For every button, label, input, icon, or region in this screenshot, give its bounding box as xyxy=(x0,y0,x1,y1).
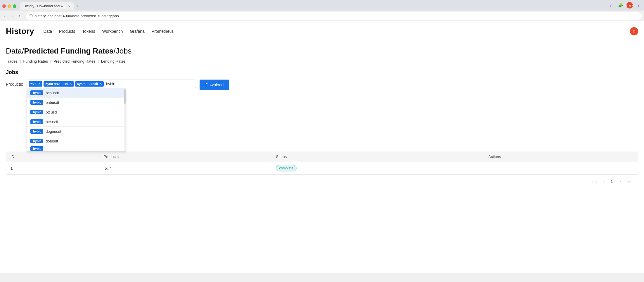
top-nav: History Data Products Tokens Workbench G… xyxy=(0,21,644,39)
tag-value-aaveusdt: aaveusdt xyxy=(54,82,68,86)
status-badge: complete xyxy=(276,165,297,171)
breadcrumb-data[interactable]: Data xyxy=(6,47,22,55)
tag-close-ftx[interactable]: ✕ xyxy=(38,82,41,86)
dropdown-list: bybit bchusdt bybit bnbusdt bybit btcusd… xyxy=(27,88,126,152)
close-window-button[interactable] xyxy=(2,4,6,8)
dropdown-badge-bybit-4: bybit xyxy=(30,129,43,134)
tag-exchange-bybit2: bybit xyxy=(77,82,84,86)
cell-id: 1 xyxy=(6,162,99,175)
pagination-first[interactable]: << xyxy=(590,178,599,185)
app-title: History xyxy=(6,27,34,36)
download-button[interactable]: Download xyxy=(200,80,229,90)
cell-actions xyxy=(484,162,638,175)
tags-input-wrapper: ftx * ✕ bybit aaveusdt ✕ bybit adausdt xyxy=(27,80,196,88)
dropdown-badge-bybit-3: bybit xyxy=(30,119,43,124)
tab-close-button[interactable]: ✕ xyxy=(68,5,70,8)
products-label: Products: xyxy=(6,80,23,87)
title-bar: History · Download and w... ✕ + ☆ 🧩 Inco… xyxy=(0,0,644,11)
extensions-icon[interactable]: 🧩 xyxy=(617,2,624,9)
table-header: ID Products Status Actions xyxy=(6,152,638,162)
tag-value-ftx: * xyxy=(35,82,37,86)
dropdown-item-bnbusdt[interactable]: bybit bnbusdt xyxy=(27,98,126,107)
cell-products: ftx: * xyxy=(99,162,271,175)
dropdown-symbol-btcusd: btcusd xyxy=(46,110,57,114)
url-bar[interactable]: ⓘ history.localhost:4000/data/predicted_… xyxy=(26,12,642,20)
nav-tokens[interactable]: Tokens xyxy=(82,28,95,34)
dropdown-badge-bybit-5: bybit xyxy=(30,139,43,143)
breadcrumb: Data/Predicted Funding Rates/Jobs xyxy=(6,47,638,56)
browser-tab[interactable]: History · Download and w... ✕ xyxy=(20,2,74,10)
dropdown-item-btcusdt[interactable]: bybit btcusdt xyxy=(27,117,126,127)
nav-grafana[interactable]: Grafana xyxy=(130,28,145,34)
jobs-table: ID Products Status Actions 1 ftx: * comp… xyxy=(6,152,638,175)
url-text: history.localhost:4000/data/predicted_fu… xyxy=(34,14,119,18)
profile-initial: Incognito xyxy=(624,4,635,7)
profile-avatar-button[interactable]: Incognito xyxy=(626,2,633,8)
nav-data[interactable]: Data xyxy=(43,28,52,34)
col-actions: Actions xyxy=(484,152,638,162)
dropdown-item-dotusdt[interactable]: bybit dotusdt xyxy=(27,136,126,146)
dropdown-item-bchusdt[interactable]: bybit bchusdt xyxy=(27,88,126,98)
menu-icon[interactable]: ⋮ xyxy=(635,2,642,9)
forward-button[interactable]: › xyxy=(10,13,15,20)
tag-exchange-ftx: ftx xyxy=(30,82,34,86)
table-header-row: ID Products Status Actions xyxy=(6,152,638,162)
col-id: ID xyxy=(6,152,99,162)
star-icon[interactable]: ☆ xyxy=(608,2,614,9)
pagination-prev[interactable]: < xyxy=(600,178,607,185)
sub-breadcrumb: Trades | Funding Rates | Predicted Fundi… xyxy=(6,59,638,63)
app-content: History Data Products Tokens Workbench G… xyxy=(0,21,644,273)
dropdown-badge-bybit-2: bybit xyxy=(30,110,43,114)
pagination-next[interactable]: > xyxy=(616,178,623,185)
avatar-initial: O xyxy=(633,29,635,33)
dropdown-symbol-btcusdt: btcusdt xyxy=(46,120,58,124)
dropdown-scrollbar-thumb xyxy=(124,89,126,104)
window-controls xyxy=(2,4,16,8)
pagination-current: 1 xyxy=(608,178,615,185)
sub-breadcrumb-lending-rates[interactable]: Lending Rates xyxy=(101,59,126,63)
products-text-input[interactable] xyxy=(105,81,156,87)
pagination-last[interactable]: >> xyxy=(624,178,633,185)
dropdown-symbol-dogeusdt: dogeusdt xyxy=(46,129,61,134)
dropdown-badge-bybit-1: bybit xyxy=(30,100,43,105)
breadcrumb-predicted-funding-rates[interactable]: Predicted Funding Rates xyxy=(24,47,113,55)
col-status: Status xyxy=(271,152,484,162)
dropdown-symbol-bchusdt: bchusdt xyxy=(46,91,59,95)
dropdown-item-btcusd[interactable]: bybit btcusd xyxy=(27,107,126,117)
products-row: Products: ftx * ✕ bybit aaveusdt ✕ xyxy=(6,80,638,90)
nav-products[interactable]: Products xyxy=(59,28,75,34)
dropdown-scrollbar[interactable] xyxy=(124,88,126,151)
tag-bybit-aaveusdt: bybit aaveusdt ✕ xyxy=(44,81,74,87)
table-container: ID Products Status Actions 1 ftx: * comp… xyxy=(6,152,638,188)
new-tab-button[interactable]: + xyxy=(74,2,81,10)
cell-status: complete xyxy=(271,162,484,175)
tab-title: History · Download and w... xyxy=(23,4,66,8)
dropdown-item-dogeusdt[interactable]: bybit dogeusdt xyxy=(27,127,126,136)
tag-close-adausdt[interactable]: ✕ xyxy=(99,82,102,86)
pagination: << < 1 > >> xyxy=(6,175,638,188)
user-avatar-button[interactable]: O xyxy=(630,27,638,35)
jobs-section-title: Jobs xyxy=(6,69,638,75)
table-row: 1 ftx: * complete xyxy=(6,162,638,175)
nav-workbench[interactable]: Workbench xyxy=(102,28,123,34)
address-bar: ‹ › ↻ ⓘ history.localhost:4000/data/pred… xyxy=(0,11,644,21)
tag-close-aaveusdt[interactable]: ✕ xyxy=(70,82,72,86)
dropdown-symbol-dotusdt: dotusdt xyxy=(46,139,58,143)
sub-breadcrumb-funding-rates[interactable]: Funding Rates xyxy=(23,59,48,63)
tag-bybit-adausdt: bybit adausdt ✕ xyxy=(75,81,104,87)
sub-breadcrumb-predicted-funding-rates[interactable]: Predicted Funding Rates xyxy=(53,59,95,63)
back-button[interactable]: ‹ xyxy=(2,13,7,20)
tag-exchange-bybit1: bybit xyxy=(45,82,53,86)
sub-breadcrumb-trades[interactable]: Trades xyxy=(6,59,18,63)
table-body: 1 ftx: * complete xyxy=(6,162,638,175)
dropdown-item-partial[interactable]: bybit xyxy=(27,146,126,151)
nav-prometheus[interactable]: Prometheus xyxy=(152,28,174,34)
reload-button[interactable]: ↻ xyxy=(17,13,24,20)
dropdown-badge-bybit-0: bybit xyxy=(30,90,43,95)
minimize-window-button[interactable] xyxy=(8,4,11,8)
tag-value-adausdt: adausdt xyxy=(86,82,98,86)
dropdown-badge-bybit-6: bybit xyxy=(30,146,43,151)
tab-bar: History · Download and w... ✕ + xyxy=(20,2,82,10)
tags-input-container[interactable]: ftx * ✕ bybit aaveusdt ✕ bybit adausdt xyxy=(27,80,196,88)
maximize-window-button[interactable] xyxy=(13,4,16,8)
